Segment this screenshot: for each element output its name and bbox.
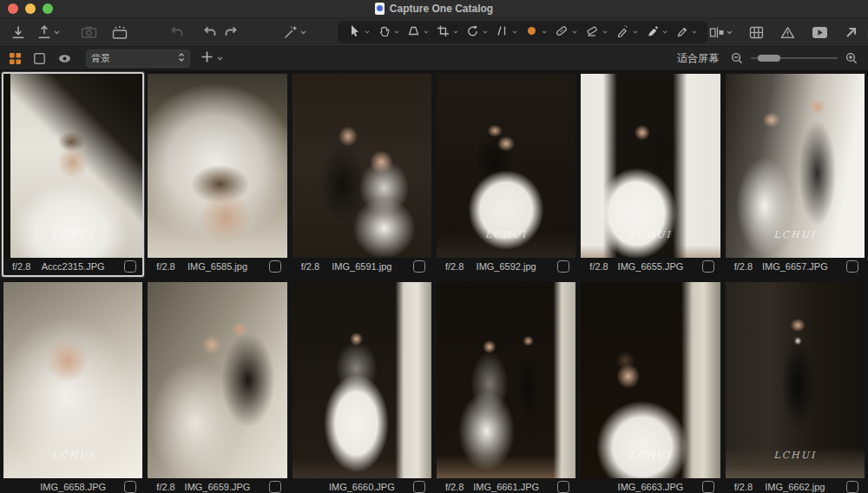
straighten-tool-button[interactable] <box>496 24 517 40</box>
round-trip-in-button[interactable] <box>865 21 868 43</box>
select-checkbox[interactable] <box>557 481 569 493</box>
photo-thumbnail[interactable]: LCHUI <box>437 74 575 258</box>
select-checkbox[interactable] <box>124 260 136 273</box>
select-checkbox[interactable] <box>124 481 136 493</box>
photo-cell[interactable]: f/2.8 IMG_6661.JPG <box>437 282 575 493</box>
photo-thumbnail[interactable]: LCHUI <box>726 74 865 258</box>
heal-tool-button[interactable] <box>555 24 577 40</box>
window-controls <box>8 3 53 14</box>
tether-button[interactable] <box>109 21 130 43</box>
warning-filter-button[interactable] <box>779 21 797 43</box>
photo-cell[interactable]: LCHUI f/2.8 IMG_6655.JPG <box>581 74 720 275</box>
slideshow-button[interactable] <box>810 21 830 43</box>
photo-cell[interactable]: LCHUI f/2.8 IMG_6657.JPG <box>726 74 865 275</box>
crop-tool <box>437 24 450 40</box>
photo-cell[interactable]: f/2.8 IMG_6591.jpg <box>293 74 431 275</box>
cursor-tool-button[interactable] <box>348 24 370 40</box>
photo-thumbnail[interactable] <box>148 282 286 478</box>
export-button[interactable] <box>35 21 62 43</box>
photo-cell[interactable]: LCHUI f/2.8 IMG_6592.jpg <box>437 74 575 275</box>
photo-thumbnail[interactable] <box>437 282 575 478</box>
select-checkbox[interactable] <box>413 260 425 273</box>
photo-cell[interactable]: LCHUI f/2.8 IMG_6662.jpg <box>726 282 865 493</box>
close-window-button[interactable] <box>8 3 18 14</box>
title-bar: Capture One Catalog <box>0 0 868 18</box>
chevron-down-icon <box>692 30 697 34</box>
zoom-out-button[interactable] <box>729 47 745 69</box>
loupe-tool-button[interactable] <box>407 24 429 40</box>
photo-cell[interactable]: f/2.8 IMG_6659.JPG <box>148 282 286 493</box>
zoom-window-button[interactable] <box>43 3 53 14</box>
photo-watermark: LCHUI <box>581 450 720 461</box>
color-picker-tool-button[interactable] <box>525 24 547 40</box>
pencil-tool-button[interactable] <box>675 24 697 40</box>
browser-filter-bar: 背景 适合屏幕 <box>0 47 868 70</box>
redo-button[interactable] <box>222 21 241 43</box>
capture-button[interactable] <box>79 21 99 43</box>
chevron-down-icon <box>662 30 667 34</box>
select-checkbox[interactable] <box>269 260 281 273</box>
proof-view-icon <box>57 52 72 65</box>
photo-thumbnail[interactable] <box>293 74 431 258</box>
photo-cell[interactable]: IMG_6660.JPG <box>293 282 431 493</box>
select-checkbox[interactable] <box>846 260 858 273</box>
import-icon <box>10 25 26 40</box>
minimize-window-button[interactable] <box>25 3 36 14</box>
photo-thumbnail[interactable]: LCHUI <box>581 282 720 478</box>
photo-cell[interactable]: LCHUI IMG_6658.JPG <box>3 282 142 493</box>
photo-cell[interactable]: LCHUI IMG_6663.JPG <box>581 282 720 493</box>
photo-cell[interactable]: LCHUI f/2.8 Accc2315.JPG <box>3 74 142 275</box>
photo-cell[interactable]: f/2.8 IMG_6585.jpg <box>148 74 286 275</box>
select-checkbox[interactable] <box>557 260 569 273</box>
aperture-label: f/2.8 <box>12 261 30 272</box>
grid-view-button[interactable] <box>7 47 23 69</box>
select-checkbox[interactable] <box>846 481 858 493</box>
aperture-label: f/2.8 <box>734 261 753 272</box>
undo-button[interactable] <box>200 21 219 43</box>
collection-select[interactable]: 背景 <box>86 49 190 68</box>
zoom-in-icon <box>845 52 858 64</box>
aperture-label: f/2.8 <box>301 261 319 272</box>
proof-view-button[interactable] <box>56 47 74 69</box>
erase-tool-button[interactable] <box>585 24 608 40</box>
view-mode-group <box>7 47 74 69</box>
photo-caption: f/2.8 Accc2315.JPG <box>3 258 142 275</box>
document-icon <box>375 3 385 15</box>
photo-thumbnail[interactable]: LCHUI <box>726 282 865 478</box>
photo-caption: IMG_6660.JPG <box>293 478 431 493</box>
round-trip-out-button[interactable] <box>843 21 859 43</box>
aperture-label: f/2.8 <box>445 261 464 272</box>
fit-screen-label: 适合屏幕 <box>677 51 719 66</box>
main-toolbar <box>0 18 868 47</box>
redo-icon <box>224 25 240 39</box>
viewer-toggle-button[interactable] <box>707 21 734 43</box>
zoom-slider-handle[interactable] <box>758 55 780 62</box>
photo-thumbnail[interactable]: LCHUI <box>3 282 142 478</box>
photo-thumbnail[interactable] <box>293 282 431 478</box>
photo-thumbnail[interactable]: LCHUI <box>581 74 720 258</box>
photo-caption: IMG_6658.JPG <box>3 478 142 493</box>
browser-grid-button[interactable] <box>747 21 766 43</box>
auto-adjust-button[interactable] <box>281 21 308 43</box>
select-checkbox[interactable] <box>269 481 281 493</box>
photo-thumbnail[interactable] <box>148 74 286 258</box>
photo-thumbnail[interactable]: LCHUI <box>3 74 142 258</box>
tether-icon <box>111 25 128 40</box>
import-button[interactable] <box>9 21 28 43</box>
pan-tool-button[interactable] <box>378 24 399 40</box>
zoom-slider[interactable] <box>751 54 838 62</box>
viewer-view-button[interactable] <box>31 47 48 69</box>
draw-mask-tool-button[interactable] <box>646 24 667 40</box>
rotate-tool-button[interactable] <box>466 24 488 40</box>
crop-tool-button[interactable] <box>437 24 458 40</box>
window-title-group: Capture One Catalog <box>375 3 493 15</box>
select-checkbox[interactable] <box>413 481 425 493</box>
chevron-down-icon <box>512 30 517 34</box>
erase-tool <box>585 24 599 40</box>
add-album-button[interactable] <box>201 50 223 66</box>
select-checkbox[interactable] <box>702 481 714 493</box>
select-checkbox[interactable] <box>702 260 714 273</box>
reset-adjustments-button[interactable] <box>167 21 186 43</box>
zoom-in-button[interactable] <box>844 47 859 69</box>
clone-tool-button[interactable] <box>615 24 638 40</box>
